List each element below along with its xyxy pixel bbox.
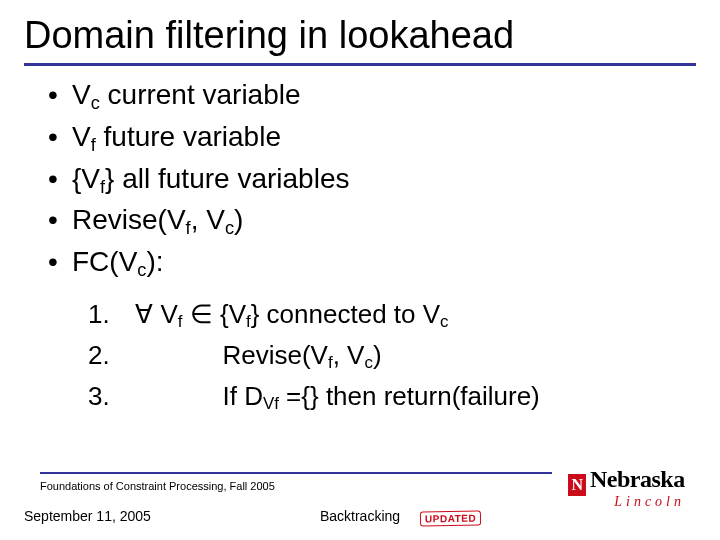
step-item: 3. If DVf ={} then return(failure) bbox=[88, 377, 696, 416]
bullet-item: • FC(Vc): bbox=[48, 243, 696, 281]
step-item: 2. Revise(Vf, Vc) bbox=[88, 336, 696, 375]
footer-course: Foundations of Constraint Processing, Fa… bbox=[40, 480, 275, 492]
bullet-dot: • bbox=[48, 201, 72, 239]
slide: Domain filtering in lookahead • Vc curre… bbox=[0, 0, 720, 540]
step-item: 1. ∀ Vf ∈ {Vf} connected to Vc bbox=[88, 295, 696, 334]
updated-stamp: UPDATED bbox=[420, 510, 481, 526]
bullet-text: FC(Vc): bbox=[72, 243, 164, 281]
bullet-text: {Vf} all future variables bbox=[72, 160, 349, 198]
bullet-text: Revise(Vf, Vc) bbox=[72, 201, 243, 239]
slide-title: Domain filtering in lookahead bbox=[24, 14, 696, 57]
bullet-text: Vf future variable bbox=[72, 118, 281, 156]
bullet-text: Vc current variable bbox=[72, 76, 301, 114]
bullet-item: • Vf future variable bbox=[48, 118, 696, 156]
logo-main: NNebraska bbox=[568, 467, 698, 496]
bullet-dot: • bbox=[48, 160, 72, 198]
bullet-item: • {Vf} all future variables bbox=[48, 160, 696, 198]
university-logo: NNebraska Lincoln bbox=[568, 467, 698, 510]
footer-topic: Backtracking bbox=[0, 508, 720, 524]
numbered-steps: 1. ∀ Vf ∈ {Vf} connected to Vc 2. Revise… bbox=[88, 295, 696, 416]
logo-n-icon: N bbox=[568, 474, 586, 496]
bullet-dot: • bbox=[48, 118, 72, 156]
title-rule bbox=[24, 63, 696, 66]
logo-sub: Lincoln bbox=[568, 494, 685, 510]
bullet-dot: • bbox=[48, 76, 72, 114]
bullet-item: • Vc current variable bbox=[48, 76, 696, 114]
bullet-item: • Revise(Vf, Vc) bbox=[48, 201, 696, 239]
footer-rule bbox=[40, 472, 552, 474]
bullet-dot: • bbox=[48, 243, 72, 281]
bullet-list: • Vc current variable • Vf future variab… bbox=[48, 76, 696, 281]
